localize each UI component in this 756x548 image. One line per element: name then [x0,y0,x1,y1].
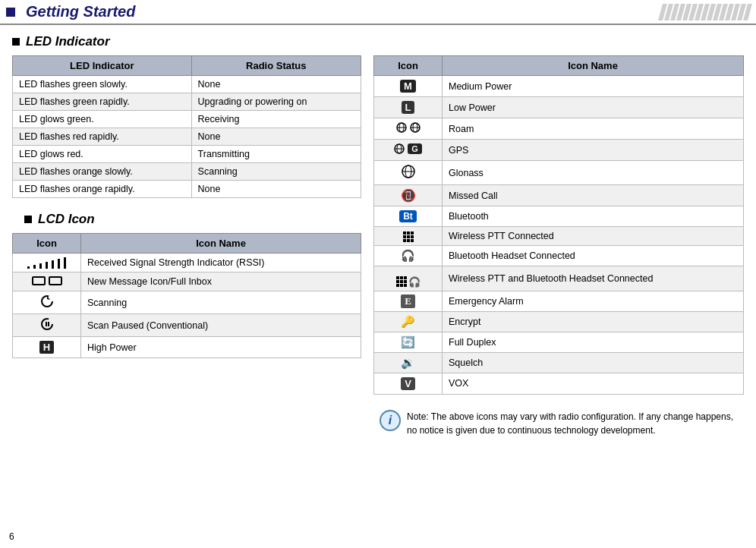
scan-icon [40,294,54,308]
right-table-row: L Low Power [374,97,744,118]
lcd-table-row: Scanning [13,291,361,314]
right-name-cell: Missed Call [443,185,744,206]
right-icon-cell: 🔑 [374,311,443,332]
roam-icon [395,121,421,134]
lcd-icon-cell [13,254,81,272]
radio-status-cell: Scanning [191,163,361,181]
right-table-row: Glonass [374,161,744,185]
right-name-cell: Bluetooth [443,206,744,227]
right-table-row: E Emergency Alarm [374,291,744,311]
led-section-title: LED Indicator [12,34,744,49]
scan-paused-icon [40,317,54,331]
page-number: 6 [9,531,14,542]
radio-status-cell: Transmitting [191,146,361,163]
right-name-cell: Glonass [443,161,744,185]
right-icon-cell [374,161,443,185]
lcd-name-cell: Scanning [81,291,361,314]
header-decoration [660,4,750,20]
right-name-cell: Medium Power [443,76,744,97]
header-bullet-icon [6,8,15,17]
svg-rect-4 [48,322,49,326]
rssi-icon [19,257,74,269]
led-indicator-cell: LED flashes green slowly. [13,76,192,93]
right-table-row: V VOX [374,373,744,394]
radio-status-cell: None [191,128,361,146]
lcd-name-cell: High Power [81,337,361,358]
page-title: Getting Started [26,3,135,20]
right-name-cell: Emergency Alarm [443,291,744,311]
lcd-icon-cell [13,291,81,314]
ptt-bt-icon: 🎧 [396,276,421,288]
led-table-row: LED flashes orange rapidly. None [13,181,361,198]
lcd-name-cell: Received Signal Strength Indicator (RSSI… [81,254,361,272]
missed-call-icon: 📵 [401,189,416,202]
lcd-section-title: LCD Icon [24,212,349,227]
right-name-cell: Full Duplex [443,332,744,352]
led-indicator-cell: LED flashes orange slowly. [13,163,192,181]
lcd-table-row: H High Power [13,337,361,358]
right-icon-col-header: Icon [374,56,443,76]
note-text: Note: The above icons may vary with radi… [407,410,738,437]
lcd-icon-cell [13,314,81,337]
led-col-header: LED Indicator [13,56,192,76]
led-table-row: LED glows red. Transmitting [13,146,361,163]
led-bullet-icon [12,38,20,46]
right-name-col-header: Icon Name [443,56,744,76]
lcd-icon-cell [13,272,81,291]
lcd-table: Icon Icon Name Received Signal Strength … [12,233,361,358]
ptt-icon [403,231,414,242]
right-icon-cell: L [374,97,443,118]
led-table-row: LED glows green. Receiving [13,111,361,128]
page-header: Getting Started [0,0,756,25]
right-name-cell: Roam [443,118,744,140]
gps-icon: G [393,143,423,155]
right-table-row: Roam [374,118,744,140]
right-icon-cell: 📵 [374,185,443,206]
right-name-cell: Encrypt [443,311,744,332]
full-duplex-icon: 🔄 [401,335,415,348]
bluetooth-icon: Bt [399,210,417,222]
radio-status-cell: Upgrading or powering on [191,93,361,111]
right-icon-cell: Bt [374,206,443,227]
right-table-row: 📵 Missed Call [374,185,744,206]
led-indicator-cell: LED glows green. [13,111,192,128]
right-table-row: 🎧 Bluetooth Headset Connected [374,246,744,266]
main-layout: LED Indicator Radio Status LED flashes g… [0,55,756,442]
led-indicator-cell: LED flashes red rapidly. [13,128,192,146]
right-table-row: 🎧 Wireless PTT and Bluetooth Headset Con… [374,266,744,291]
lcd-bullet-icon [24,216,32,223]
right-icon-cell: 🎧 [374,246,443,266]
right-name-cell: Wireless PTT and Bluetooth Headset Conne… [443,266,744,291]
right-icon-cell [374,118,443,140]
right-icon-cell: E [374,291,443,311]
led-table: LED Indicator Radio Status LED flashes g… [12,55,361,198]
lcd-name-col-header: Icon Name [81,234,361,254]
low-power-icon: L [402,101,415,114]
right-table-row: G GPS [374,140,744,161]
lcd-table-row: Received Signal Strength Indicator (RSSI… [13,254,361,272]
right-name-cell: GPS [443,140,744,161]
emergency-alarm-icon: E [401,294,415,308]
right-icon-cell: G [374,140,443,161]
right-icon-table: Icon Icon Name M Medium Power L Low Powe… [373,55,744,395]
right-table-row: 🔉 Squelch [374,352,744,373]
right-icon-cell: 🎧 [374,266,443,291]
lcd-icon-col-header: Icon [13,234,81,254]
lcd-table-row: New Message Icon/Full Inbox [13,272,361,291]
glonass-icon [401,164,416,179]
right-icon-cell: M [374,76,443,97]
led-indicator-cell: LED flashes orange rapidly. [13,181,192,198]
right-table-row: 🔑 Encrypt [374,311,744,332]
medium-power-icon: M [400,80,416,93]
right-column: Icon Icon Name M Medium Power L Low Powe… [373,55,744,442]
right-table-row: Bt Bluetooth [374,206,744,227]
radio-status-cell: None [191,181,361,198]
lcd-name-cell: Scan Paused (Conventional) [81,314,361,337]
right-icon-cell: 🔄 [374,332,443,352]
led-indicator-cell: LED glows red. [13,146,192,163]
led-table-row: LED flashes green slowly. None [13,76,361,93]
right-icon-cell: 🔉 [374,352,443,373]
note-box: i Note: The above icons may vary with ra… [373,405,744,442]
right-name-cell: VOX [443,373,744,394]
message-icon [31,276,63,286]
